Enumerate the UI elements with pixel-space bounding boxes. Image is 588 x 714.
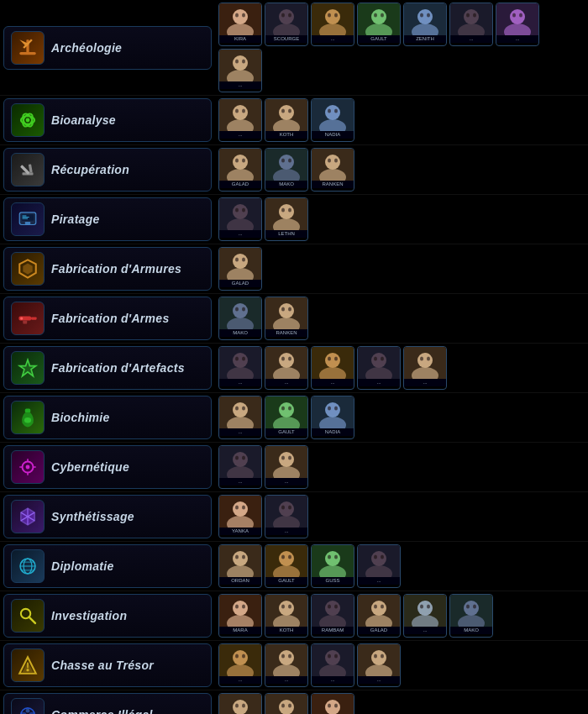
companion-portrait[interactable]: ... (218, 643, 262, 687)
skill-button-chasse-tresor[interactable]: Chasse au Trésor (3, 643, 212, 687)
companion-portrait[interactable]: RAMBAM (311, 594, 354, 638)
skill-icon-fabrication-armes (11, 302, 45, 335)
skill-icon-investigation (11, 599, 45, 633)
svg-point-106 (242, 208, 245, 213)
svg-point-282 (420, 605, 423, 609)
svg-point-326 (235, 704, 239, 708)
skill-row-commerce-illegal: Commerce Illégal ... ... (0, 690, 588, 714)
companion-portrait[interactable]: LETHN (265, 197, 308, 241)
svg-point-293 (26, 669, 29, 671)
companion-portrait[interactable]: ... (403, 346, 447, 390)
skill-label-diplomatie: Diplomatie (51, 559, 114, 573)
companion-portrait[interactable]: KOTH (265, 98, 308, 142)
companion-portrait[interactable]: MAKO (218, 297, 262, 340)
svg-point-175 (235, 407, 239, 411)
svg-point-135 (281, 307, 285, 312)
companion-portrait[interactable]: SCOURGE (265, 3, 308, 46)
skill-label-commerce-illegal: Commerce Illégal (51, 708, 153, 714)
companion-portrait[interactable]: RANKEN (265, 297, 308, 340)
companion-portrait[interactable]: RANKEN (311, 148, 354, 192)
skill-button-fabrication-armures[interactable]: Fabrication d'Armures (3, 247, 212, 291)
companion-portrait[interactable]: MAKO (449, 594, 493, 638)
skill-button-biochimie[interactable]: Biochimie (3, 396, 212, 439)
skill-row-fabrication-armures: Fabrication d'Armures GALAD (0, 244, 588, 294)
companion-portrait[interactable]: ... (218, 197, 262, 241)
companion-portrait[interactable]: ... (265, 445, 308, 489)
skill-row-piratage: Piratage ... LETHN (0, 195, 588, 244)
companion-portrait[interactable]: NADIA (311, 396, 354, 439)
companion-portrait[interactable]: ... (403, 594, 447, 638)
svg-point-124 (20, 317, 23, 319)
companion-portrait[interactable]: ... (218, 445, 262, 489)
companion-portrait[interactable]: ... (218, 346, 262, 390)
skill-button-recuperation[interactable]: Récupération (3, 148, 212, 192)
companion-portrait[interactable]: ... (357, 346, 401, 390)
skill-icon-cybernetique (11, 450, 45, 484)
companion-portrait[interactable]: GAULT (265, 396, 308, 439)
companion-portrait[interactable]: ... (265, 643, 308, 687)
companion-portrait[interactable]: GUSS (311, 544, 354, 588)
companion-portrait[interactable]: ... (218, 49, 262, 92)
companion-portrait[interactable]: MARA (218, 594, 262, 638)
companion-portrait[interactable]: ... (218, 693, 262, 714)
svg-point-168 (427, 357, 430, 361)
companion-portrait[interactable]: ... (311, 3, 354, 46)
svg-point-276 (374, 605, 377, 609)
companion-portrait[interactable]: ... (218, 98, 262, 142)
companion-portrait[interactable]: ... (265, 495, 308, 538)
companion-portrait[interactable]: ZENITH (403, 3, 447, 46)
companion-portrait[interactable]: GALAD (357, 594, 401, 638)
svg-point-61 (242, 109, 245, 113)
svg-point-20 (328, 13, 331, 18)
svg-point-81 (235, 159, 239, 163)
companion-portrait[interactable]: ... (357, 643, 401, 687)
skill-button-fabrication-armes[interactable]: Fabrication d'Armes (3, 297, 212, 340)
skill-label-piratage: Piratage (51, 213, 100, 226)
companion-portrait[interactable]: GAULT (357, 3, 401, 46)
skill-icon-fabrication-armures (11, 252, 45, 286)
svg-point-250 (374, 555, 377, 559)
skill-button-cybernetique[interactable]: Cybernétique (3, 445, 212, 489)
companion-portrait[interactable]: ... (218, 396, 262, 439)
svg-rect-169 (25, 408, 31, 412)
svg-point-206 (288, 456, 291, 460)
skill-button-archeologie[interactable]: Archéologie (3, 26, 212, 70)
companion-portrait[interactable]: ... (357, 544, 401, 588)
svg-point-51 (242, 60, 245, 64)
companion-list-cybernetique: ... ... (218, 445, 308, 489)
companion-portrait[interactable]: GAULT (265, 544, 308, 588)
companion-portrait[interactable]: GALAD (218, 148, 262, 192)
svg-point-105 (235, 208, 239, 213)
skill-icon-bioanalyse (11, 103, 45, 137)
skill-icon-commerce-illegal (11, 698, 45, 714)
companion-portrait[interactable]: ... (496, 3, 539, 46)
companion-portrait[interactable]: NADIA (311, 98, 354, 142)
companion-list-commerce-illegal: ... ... ... (218, 693, 354, 714)
skill-row-biochimie: Biochimie ... GAULT (0, 393, 588, 443)
companion-portrait[interactable]: ... (265, 346, 308, 390)
companion-portrait[interactable]: KOTH (265, 594, 308, 638)
companion-portrait[interactable]: KIRA (218, 3, 262, 46)
skill-button-commerce-illegal[interactable]: Commerce Illégal (3, 693, 212, 714)
companion-portrait[interactable]: GALAD (218, 247, 262, 291)
skill-button-piratage[interactable]: Piratage (3, 197, 212, 241)
svg-point-155 (328, 357, 331, 361)
skill-button-bioanalyse[interactable]: Bioanalyse (3, 98, 212, 142)
companion-portrait[interactable]: ORDAN (218, 544, 262, 588)
companion-portrait[interactable]: ... (311, 346, 354, 390)
skill-row-cybernetique: Cybernétique ... ... (0, 443, 588, 492)
skill-button-synthetissage[interactable]: Synthétissage (3, 495, 212, 538)
companion-portrait[interactable]: ... (311, 693, 354, 714)
svg-point-181 (281, 407, 285, 411)
companion-portrait[interactable]: MAKO (265, 148, 308, 192)
companion-portrait[interactable]: ... (265, 693, 308, 714)
companion-portrait[interactable]: YANKA (218, 495, 262, 538)
companion-portrait[interactable]: ... (449, 3, 493, 46)
svg-marker-114 (23, 264, 32, 275)
skill-button-investigation[interactable]: Investigation (3, 594, 212, 638)
svg-point-9 (242, 13, 245, 18)
skill-button-fabrication-artefacts[interactable]: Fabrication d'Artefacts (3, 346, 212, 390)
svg-point-333 (288, 704, 291, 708)
companion-portrait[interactable]: ... (311, 643, 354, 687)
skill-button-diplomatie[interactable]: Diplomatie (3, 544, 212, 588)
